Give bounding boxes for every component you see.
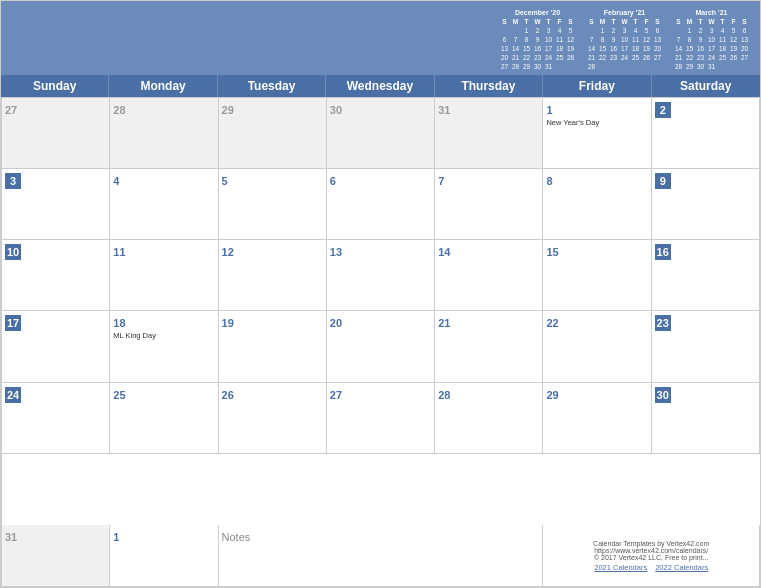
cal-cell-r2c6: 16 — [652, 240, 760, 311]
cal-cell-r3c3: 20 — [327, 311, 435, 382]
cal-cell-r4c1: 25 — [110, 383, 218, 454]
date-number: 31 — [438, 104, 450, 116]
cal-cell-r2c2: 12 — [219, 240, 327, 311]
day-header-tuesday: Tuesday — [218, 75, 326, 97]
cal-cell-r0c6: 2 — [652, 98, 760, 169]
date-number: 16 — [655, 244, 671, 260]
date-number: 27 — [330, 389, 342, 401]
date-number: 30 — [330, 104, 342, 116]
date-number: 5 — [222, 175, 228, 187]
date-number: 17 — [5, 315, 21, 331]
mini-calendars: December '20SMTWTFS123456789101112131415… — [499, 9, 750, 71]
date-number: 8 — [546, 175, 552, 187]
cal-cell-r2c3: 13 — [327, 240, 435, 311]
mini-calendar-0: December '20SMTWTFS123456789101112131415… — [499, 9, 576, 71]
cal-cell-r4c2: 26 — [219, 383, 327, 454]
credit-line: https://www.vertex42.com/calendars/ — [594, 547, 708, 554]
date-number: 6 — [330, 175, 336, 187]
date-number: 29 — [222, 104, 234, 116]
date-number: 28 — [438, 389, 450, 401]
date-number: 23 — [655, 315, 671, 331]
cal-cell-r0c3: 30 — [327, 98, 435, 169]
cal-cell-r3c4: 21 — [435, 311, 543, 382]
date-number: 27 — [5, 104, 17, 116]
cal-cell-r0c2: 29 — [219, 98, 327, 169]
cal-cell-r3c2: 19 — [219, 311, 327, 382]
date-number: 22 — [546, 317, 558, 329]
credit-cell: Calendar Templates by Vertex42.comhttps:… — [543, 525, 760, 587]
calendar-grid: 27282930311New Year's Day234567891011121… — [1, 97, 760, 525]
date-number: 30 — [655, 387, 671, 403]
mini-calendar-1: February '21SMTWTFS123456789101112131415… — [586, 9, 663, 71]
last-row-cell-1: 1 — [110, 525, 218, 587]
day-header-sunday: Sunday — [1, 75, 109, 97]
cal-cell-r1c3: 6 — [327, 169, 435, 240]
holiday-label: ML King Day — [113, 332, 214, 340]
cal-cell-r0c0: 27 — [2, 98, 110, 169]
date-number: 21 — [438, 317, 450, 329]
last-row-cell-31: 31 — [2, 525, 110, 587]
cal-cell-r1c6: 9 — [652, 169, 760, 240]
day-header-friday: Friday — [543, 75, 651, 97]
date-number: 12 — [222, 246, 234, 258]
link-2022-calendars[interactable]: 2022 Calendars — [655, 563, 708, 572]
date-number: 19 — [222, 317, 234, 329]
date-number: 13 — [330, 246, 342, 258]
day-header-saturday: Saturday — [652, 75, 760, 97]
cal-cell-r2c1: 11 — [110, 240, 218, 311]
date-number: 10 — [5, 244, 21, 260]
date-number: 24 — [5, 387, 21, 403]
cal-cell-r0c4: 31 — [435, 98, 543, 169]
link-2021-calendars[interactable]: 2021 Calendars — [594, 563, 647, 572]
notes-cell: Notes — [219, 525, 544, 587]
credit-line: Calendar Templates by Vertex42.com — [593, 540, 709, 547]
calendar-wrapper: December '20SMTWTFS123456789101112131415… — [0, 0, 761, 588]
cal-cell-r3c6: 23 — [652, 311, 760, 382]
date-number: 25 — [113, 389, 125, 401]
date-number: 28 — [113, 104, 125, 116]
cal-cell-r4c0: 24 — [2, 383, 110, 454]
holiday-label: New Year's Day — [546, 119, 647, 127]
date-number: 14 — [438, 246, 450, 258]
cal-cell-r0c1: 28 — [110, 98, 218, 169]
credit-line: © 2017 Vertex42 LLC. Free to print... — [594, 554, 709, 561]
notes-label: Notes — [222, 531, 251, 543]
credit-links: 2021 Calendars2022 Calendars — [594, 563, 708, 572]
day-header-thursday: Thursday — [435, 75, 543, 97]
day-headers-row: SundayMondayTuesdayWednesdayThursdayFrid… — [1, 75, 760, 97]
date-number: 18 — [113, 317, 125, 329]
date-number: 11 — [113, 246, 125, 258]
day-header-monday: Monday — [109, 75, 217, 97]
mini-calendar-2: March '21SMTWTFS123456789101112131415161… — [673, 9, 750, 71]
cal-cell-r1c4: 7 — [435, 169, 543, 240]
cal-cell-r1c5: 8 — [543, 169, 651, 240]
cal-cell-r2c0: 10 — [2, 240, 110, 311]
date-number: 15 — [546, 246, 558, 258]
cal-cell-r3c0: 17 — [2, 311, 110, 382]
cal-cell-r1c2: 5 — [219, 169, 327, 240]
header-section: December '20SMTWTFS123456789101112131415… — [1, 1, 760, 75]
cal-cell-r3c1: 18ML King Day — [110, 311, 218, 382]
cal-cell-r4c4: 28 — [435, 383, 543, 454]
cal-cell-r2c4: 14 — [435, 240, 543, 311]
date-number: 3 — [5, 173, 21, 189]
date-number: 9 — [655, 173, 671, 189]
date-number: 26 — [222, 389, 234, 401]
date-number: 2 — [655, 102, 671, 118]
last-row: 311NotesCalendar Templates by Vertex42.c… — [1, 525, 760, 587]
cal-cell-r2c5: 15 — [543, 240, 651, 311]
cal-cell-r3c5: 22 — [543, 311, 651, 382]
date-number: 29 — [546, 389, 558, 401]
date-number: 20 — [330, 317, 342, 329]
cal-cell-r0c5: 1New Year's Day — [543, 98, 651, 169]
cal-cell-r1c0: 3 — [2, 169, 110, 240]
cal-cell-r4c3: 27 — [327, 383, 435, 454]
day-header-wednesday: Wednesday — [326, 75, 434, 97]
cal-cell-r4c5: 29 — [543, 383, 651, 454]
date-number: 4 — [113, 175, 119, 187]
date-number: 7 — [438, 175, 444, 187]
cal-cell-r4c6: 30 — [652, 383, 760, 454]
date-number: 1 — [546, 104, 552, 116]
cal-cell-r1c1: 4 — [110, 169, 218, 240]
